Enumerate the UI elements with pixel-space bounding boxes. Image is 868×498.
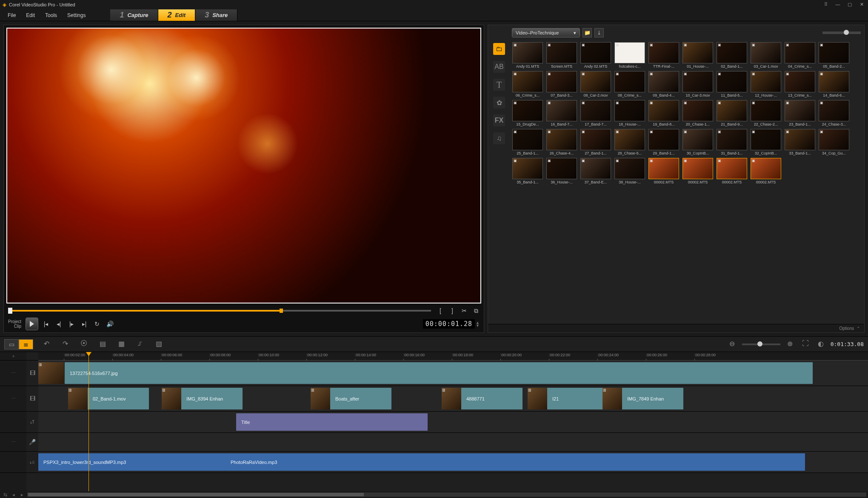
library-thumb[interactable]: 29_Band-1... (648, 129, 680, 155)
record-capture-button[interactable]: ⦿ (78, 340, 89, 349)
scroll-toggle-icon[interactable]: ⇆ (2, 491, 9, 498)
library-thumb[interactable]: hotcakes-c... (614, 42, 645, 69)
mark-out-icon[interactable]: ] (449, 307, 456, 314)
library-thumb[interactable]: 17_Band-7... (580, 100, 611, 126)
library-thumb[interactable]: 36_House-... (546, 158, 577, 184)
library-thumb[interactable]: 13_Crime_s... (784, 71, 816, 97)
minimize-button[interactable]: — (834, 2, 842, 8)
overlay-clip[interactable]: I21 (528, 388, 608, 409)
library-thumb[interactable]: 10_Car-3.mov (682, 71, 714, 97)
scroll-left-icon[interactable]: ◂ (10, 491, 17, 498)
music-track-icon[interactable]: ₁♫ (28, 458, 37, 467)
track-options-icon[interactable]: ⋯ (10, 395, 17, 402)
overlay-track-icon[interactable]: 🎞 (28, 395, 37, 403)
library-thumb[interactable]: 00002.MTS (750, 158, 782, 184)
scrub-playhead[interactable] (8, 308, 12, 314)
library-thumb[interactable]: 08_Crime_s... (614, 71, 645, 97)
timeline-zoom-slider[interactable] (742, 343, 780, 345)
window-options-icon[interactable]: ⠿ (822, 2, 830, 8)
library-thumb[interactable]: 00002.MTS (682, 158, 714, 184)
library-thumb[interactable]: 24_Chase-3... (818, 100, 850, 126)
sound-mixer-button[interactable]: ⎎ (134, 340, 146, 349)
add-folder-button[interactable]: 📁 (582, 28, 592, 37)
library-thumb[interactable]: 11_Band-5... (716, 71, 748, 97)
library-thumb[interactable]: 31_Band-1... (716, 129, 748, 155)
menu-item-edit[interactable]: Edit (22, 11, 39, 20)
library-thumb[interactable]: 02_Band-1... (716, 42, 748, 69)
overlay-clip[interactable]: 4888771 (442, 388, 523, 409)
library-thumb[interactable]: TTR-Final-... (648, 42, 680, 69)
library-gallery-dropdown[interactable]: Video–ProTechnique ▾ (512, 28, 580, 37)
maximize-button[interactable]: ▢ (846, 2, 854, 8)
library-thumb[interactable]: 00002.MTS (648, 158, 680, 184)
library-thumb[interactable]: 06_Crime_s... (512, 71, 543, 97)
title-track-icon[interactable]: ₁T (28, 418, 37, 426)
volume-icon[interactable]: 🔊 (106, 321, 113, 327)
import-media-button[interactable]: ⤓ (594, 28, 604, 37)
zoom-out-icon[interactable]: ⊖ (727, 340, 738, 349)
library-thumb[interactable]: 05_Band-2... (818, 42, 850, 69)
filter-fx-tab[interactable]: FX (493, 114, 505, 126)
library-thumb[interactable]: 37_Band-E... (580, 158, 611, 184)
library-thumb[interactable]: 23_Band-1... (784, 100, 816, 126)
library-thumb[interactable]: 34_Cop_Gu... (818, 129, 850, 155)
disc-authoring-button[interactable]: ▧ (153, 340, 164, 349)
fit-project-icon[interactable]: ⛶ (800, 340, 811, 349)
track-options-icon[interactable]: ⋯ (10, 439, 17, 446)
overlay-clip[interactable]: 02_Band-1.mov (68, 388, 149, 409)
library-thumb[interactable]: 19_Band-8... (648, 100, 680, 126)
audio-tab[interactable]: ♫ (493, 132, 505, 144)
go-start-icon[interactable]: |◂ (43, 321, 49, 327)
library-thumb[interactable]: 07_Band-3... (546, 71, 577, 97)
menu-item-tools[interactable]: Tools (41, 11, 61, 20)
music-track[interactable]: PSPX3_intro_lower3rd_soundMP3.mp3PhotoRa… (38, 452, 868, 473)
storyboard-view-button[interactable]: ▭ (4, 339, 19, 349)
library-thumb[interactable]: Andy 01.MTS (512, 42, 543, 69)
library-thumb[interactable]: 12_House-... (750, 71, 782, 97)
library-thumb[interactable]: 35_Band-1... (512, 158, 543, 184)
add-marker-icon[interactable]: ＋ (10, 353, 17, 360)
media-tab[interactable]: 🗀 (493, 43, 505, 55)
overlay-clip[interactable]: Boats_after (311, 388, 391, 409)
library-thumb[interactable]: 09_Band-4... (648, 71, 680, 97)
play-button[interactable] (26, 318, 38, 330)
split-clip-icon[interactable]: ✂ (461, 307, 468, 314)
timecode-stepper[interactable]: ▲▼ (476, 321, 480, 327)
zoom-in-icon[interactable]: ⊕ (785, 340, 796, 349)
timeline-scrollbar[interactable] (27, 492, 866, 497)
timeline-ruler[interactable]: :00:00:02:00:00:00:04:00:00:00:06:00:00:… (38, 352, 868, 361)
library-thumb[interactable]: 03_Car-1.mov (750, 42, 782, 69)
painting-creator-button[interactable]: ▦ (116, 340, 127, 349)
library-thumb[interactable]: 25_Band-1... (512, 129, 543, 155)
preview-timecode[interactable]: 00:00:01.28 (423, 319, 475, 329)
track-options-icon[interactable]: ⋯ (10, 370, 17, 377)
options-panel-toggle[interactable]: Options (839, 326, 854, 331)
library-thumb[interactable]: 33_Band-1... (784, 129, 816, 155)
undo-button[interactable]: ↶ (41, 340, 52, 349)
library-thumb[interactable]: 27_Band-1... (580, 129, 611, 155)
music-clip[interactable]: PhotoRaRaVideo.mp3 (226, 453, 805, 471)
library-thumb[interactable]: 21_Band-9... (716, 100, 748, 126)
workflow-tab-capture[interactable]: 1Capture (110, 9, 158, 21)
library-thumb[interactable]: 28_Chase-5... (614, 129, 645, 155)
redo-button[interactable]: ↷ (60, 340, 71, 349)
go-end-icon[interactable]: ▸| (81, 321, 88, 327)
prev-frame-icon[interactable]: ◂| (55, 321, 62, 327)
library-thumb[interactable]: 00002.MTS (716, 158, 748, 184)
playback-mode-labels[interactable]: Project Clip (8, 319, 21, 329)
library-thumb[interactable]: 38_House-... (614, 158, 645, 184)
repeat-icon[interactable]: ↻ (94, 321, 100, 327)
timeline-playhead[interactable] (89, 352, 89, 491)
title-tab[interactable]: T (493, 79, 505, 91)
mark-in-icon[interactable]: [ (437, 307, 444, 314)
instant-project-tab[interactable]: AB (493, 61, 505, 73)
enlarge-icon[interactable]: ⧉ (473, 307, 480, 314)
overlay-clip[interactable]: IMG_7849 Enhan (602, 388, 683, 409)
preview-canvas[interactable] (6, 28, 481, 303)
title-clip[interactable]: Title (236, 413, 428, 431)
music-clip[interactable]: PSPX3_intro_lower3rd_soundMP3.mp3 (38, 453, 226, 471)
library-thumb[interactable]: 14_Band-6... (818, 71, 850, 97)
library-thumb[interactable]: 08_Car-2.mov (580, 71, 611, 97)
options-expand-icon[interactable]: ⌃ (857, 326, 860, 331)
library-thumb[interactable]: 01_House-... (682, 42, 714, 69)
